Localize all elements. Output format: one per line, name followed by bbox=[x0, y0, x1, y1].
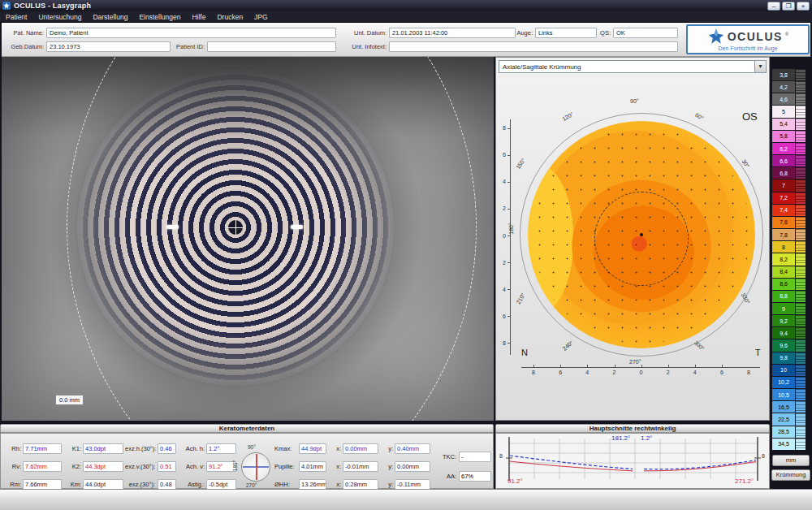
scale-mode-button[interactable]: Krümmung bbox=[771, 469, 810, 481]
x-tick-label: 0 bbox=[630, 370, 653, 375]
oculus-logo: OCULUS ® Den Fortschritt im Auge bbox=[686, 24, 810, 54]
x-tick-label: 4 bbox=[576, 370, 598, 375]
color-scale-cell: 7 bbox=[771, 179, 810, 191]
taskbar: ▶ e A ⊕ ● O bbox=[0, 489, 812, 510]
y-tick-label: 6 bbox=[497, 313, 506, 320]
hauptschnitte-panel-header[interactable]: Hauptschnitte rechtwinkelig bbox=[495, 424, 770, 433]
color-scale-cell: 9,2 bbox=[771, 314, 810, 326]
color-scale-cell: 4,2 bbox=[771, 80, 810, 93]
color-scale-cell: 6,6 bbox=[771, 154, 810, 166]
x-tick-label: 4 bbox=[684, 370, 706, 375]
color-scale-gradient-strip bbox=[796, 68, 806, 80]
color-scale-gradient-strip bbox=[796, 93, 806, 105]
tkc-label: TKC: bbox=[437, 452, 456, 462]
aa-label: AA: bbox=[437, 471, 456, 482]
color-scale-cell: 16,5 bbox=[771, 400, 810, 413]
menu-item[interactable]: Patient bbox=[0, 11, 32, 23]
color-scale-gradient-strip bbox=[796, 266, 806, 278]
y-tick-label: 8 bbox=[497, 125, 506, 132]
color-scale-cell: 10,2 bbox=[771, 376, 810, 388]
nasal-label: N bbox=[521, 348, 528, 357]
scale-unit-button[interactable]: mm bbox=[772, 455, 810, 466]
color-scale-cell: 8,8 bbox=[771, 290, 810, 302]
color-scale-cell: 8 bbox=[771, 240, 810, 253]
eye-camera-image[interactable]: 0.0 mm bbox=[2, 57, 494, 421]
logo-registered-mark: ® bbox=[785, 32, 788, 37]
tkc-field[interactable]: - bbox=[459, 452, 491, 462]
compass-180-label: 180° bbox=[232, 460, 238, 471]
color-scale-cell: 34,5 bbox=[771, 438, 810, 450]
meridian-angle-left: 91.2° bbox=[508, 478, 523, 485]
color-scale-legend: 3,8 4,2 4,6 5 5,4 5, bbox=[771, 68, 810, 450]
menu-item[interactable]: Drucken bbox=[211, 11, 248, 23]
exam-date-label: Unt. Datum: bbox=[348, 28, 387, 38]
color-scale-gradient-strip bbox=[796, 290, 806, 302]
infotext-field[interactable] bbox=[389, 41, 678, 52]
patient-name-field[interactable]: Demo, Patient bbox=[46, 28, 336, 38]
color-scale-cell: 3,8 bbox=[771, 68, 810, 80]
close-button[interactable]: × bbox=[797, 2, 810, 11]
keratometer-row: Rv: 7.62mm K2: 44.3dpt exz.v.(30°): 0.51… bbox=[3, 461, 236, 472]
color-scale-gradient-strip bbox=[796, 154, 806, 166]
color-scale-cell: 5 bbox=[771, 105, 810, 117]
color-scale-cell: 22,5 bbox=[771, 413, 810, 425]
right-lid-marker-arc bbox=[2, 57, 477, 421]
patient-info-panel: Pat. Name: Demo, Patient Geb.Datum: 23.1… bbox=[2, 23, 810, 57]
y-tick-label: 4 bbox=[497, 287, 506, 293]
center-crosshair-horizontal bbox=[227, 227, 244, 228]
color-scale-gradient-strip bbox=[796, 314, 806, 326]
color-scale-cell: 6,8 bbox=[771, 166, 810, 179]
map-type-dropdown[interactable]: Axiale/Sagittale Krümmung ▼ bbox=[499, 60, 767, 73]
exam-date-field[interactable]: 21.01.2003 11:42:00 bbox=[389, 28, 516, 38]
color-scale-gradient-strip bbox=[796, 228, 806, 240]
y-tick-label: 2 bbox=[497, 205, 506, 212]
color-scale-cell: 9,4 bbox=[771, 326, 810, 339]
color-scale-gradient-strip bbox=[796, 400, 806, 413]
qs-label: QS: bbox=[598, 28, 611, 38]
menu-item[interactable]: JPG bbox=[248, 11, 274, 23]
eye-side-field[interactable]: Links bbox=[535, 28, 597, 38]
color-scale-gradient-strip bbox=[796, 216, 806, 228]
chart-y-label-left: 8 bbox=[499, 453, 503, 459]
x-axis-ticks bbox=[533, 365, 749, 368]
color-scale-cell: 7,4 bbox=[771, 204, 810, 216]
color-scale-gradient-strip bbox=[796, 253, 806, 265]
chart-y-label-right: 8 bbox=[762, 453, 765, 459]
maximize-button[interactable]: ❒ bbox=[782, 2, 795, 11]
x-axis-labels: 864202468 bbox=[522, 370, 760, 375]
minimize-button[interactable]: – bbox=[767, 2, 780, 11]
color-scale-gradient-strip bbox=[796, 278, 806, 290]
topography-panel: Axiale/Sagittale Krümmung ▼ 864202468 86… bbox=[495, 57, 770, 421]
color-scale-gradient-strip bbox=[796, 240, 806, 253]
patient-dob-field[interactable]: 23.10.1973 bbox=[46, 41, 171, 52]
y-tick-label: 6 bbox=[497, 152, 506, 158]
window-title: OCULUS - Lasygraph bbox=[14, 2, 91, 10]
patient-id-label: Patient ID: bbox=[174, 41, 205, 52]
chevron-down-icon[interactable]: ▼ bbox=[754, 61, 766, 72]
menu-bar: PatientUntersuchungDarstellungEinstellun… bbox=[0, 11, 812, 23]
map-center-dot bbox=[640, 233, 643, 236]
map-type-value: Axiale/Sagittale Krümmung bbox=[499, 63, 754, 71]
color-scale-cell: 9 bbox=[771, 302, 810, 314]
keratometer-panel-header[interactable]: Keratometerdaten bbox=[0, 424, 494, 433]
patient-id-field[interactable] bbox=[207, 41, 336, 52]
oculus-star-icon bbox=[707, 28, 725, 45]
aa-field[interactable]: 67% bbox=[459, 471, 491, 482]
x-tick-label: 2 bbox=[657, 370, 680, 375]
degree-label-90: 90° bbox=[630, 98, 639, 104]
logo-name: OCULUS bbox=[728, 30, 783, 43]
qs-field[interactable]: OK bbox=[613, 28, 678, 38]
color-scale-cell: 9,8 bbox=[771, 352, 810, 364]
color-scale-cell: 8,6 bbox=[771, 278, 810, 290]
temporal-label: T bbox=[755, 348, 761, 357]
meridian-angle-2: 1.2° bbox=[641, 434, 652, 442]
menu-item[interactable]: Darstellung bbox=[87, 11, 133, 23]
degree-label-300: 300° bbox=[693, 339, 706, 352]
meridian-angle-1: 181.2° bbox=[611, 434, 630, 442]
menu-item[interactable]: Untersuchung bbox=[32, 11, 87, 23]
menu-item[interactable]: Einstellungen bbox=[133, 11, 186, 23]
color-scale-gradient-strip bbox=[796, 105, 806, 117]
color-scale-cell: 8,4 bbox=[771, 266, 810, 278]
color-scale-cell: 7,6 bbox=[771, 216, 810, 228]
menu-item[interactable]: Hilfe bbox=[186, 11, 211, 23]
